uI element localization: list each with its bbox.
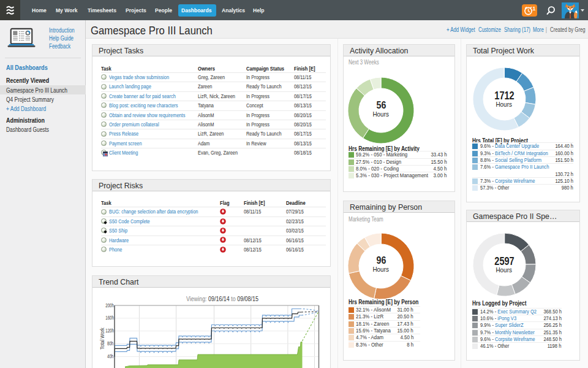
svg-text:1: 1 [533, 5, 536, 11]
